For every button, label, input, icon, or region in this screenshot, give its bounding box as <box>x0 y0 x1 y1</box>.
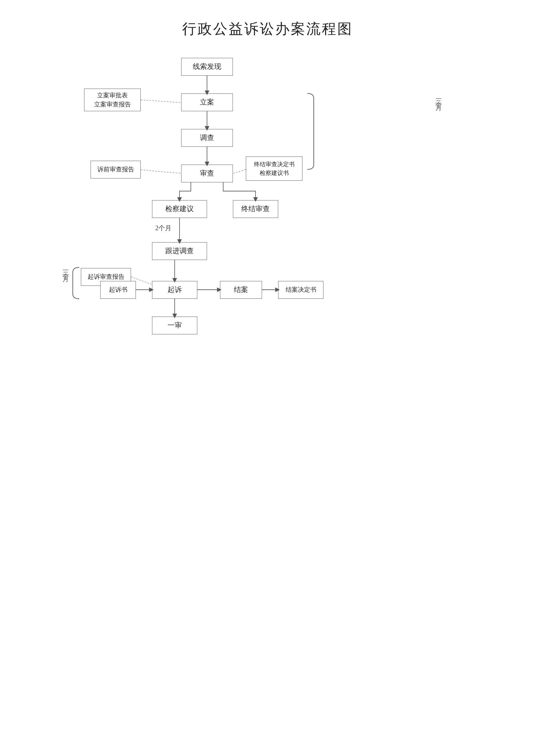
box-followup: 跟进调查 <box>152 242 207 260</box>
box-first-trial: 一审 <box>152 316 197 334</box>
box-close-doc: 结案决定书 <box>278 281 324 299</box>
box-pretrial-report: 诉前审查报告 <box>91 161 141 178</box>
svg-line-10 <box>234 170 246 173</box>
page: 行政公益诉讼办案流程图 线索发现 立案 调查 审查 检察建议 终结审查 跟进调查… <box>0 0 535 756</box>
flowchart: 线索发现 立案 调查 审查 检察建议 终结审查 跟进调查 起诉 结案 一审 立案… <box>26 58 509 446</box>
three-months-right-label: 三个月 <box>433 94 444 103</box>
two-months-label: 2个月 <box>155 224 171 232</box>
box-file-docs: 立案审批表 立案审查报告 <box>84 89 141 111</box>
box-clue: 线索发现 <box>181 58 233 76</box>
box-file: 立案 <box>181 94 233 111</box>
page-title: 行政公益诉讼办案流程图 <box>26 19 509 39</box>
flowchart-svg <box>26 58 509 446</box>
box-procuratorate: 检察建议 <box>152 200 207 218</box>
box-close: 结案 <box>220 281 262 299</box>
svg-line-9 <box>141 170 181 173</box>
box-final-docs: 终结审查决定书 检察建议书 <box>246 156 302 181</box>
box-final-review: 终结审查 <box>233 200 278 218</box>
box-sue: 起诉 <box>152 281 197 299</box>
box-investigate: 调查 <box>181 129 233 147</box>
three-months-left-label: 三个月 <box>60 265 71 275</box>
svg-line-8 <box>141 100 181 102</box>
box-sue-doc: 起诉书 <box>100 281 136 299</box>
box-review: 审查 <box>181 165 233 182</box>
